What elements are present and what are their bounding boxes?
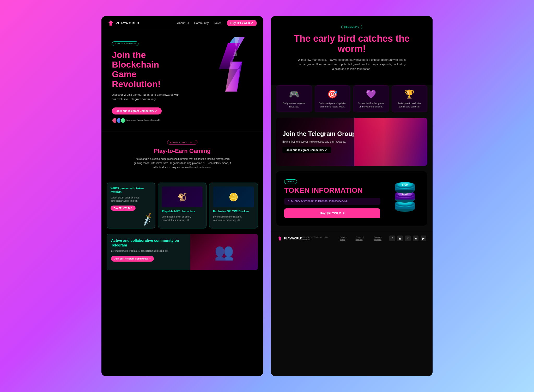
- nav-links: About Us Community Token Buy $PLYWLD ↗: [177, 20, 257, 26]
- banner-cta-btn[interactable]: Join our Telegram Community ↗: [282, 147, 331, 153]
- about-section: ABOUT PLAYWORLD Play-to-Earn Gaming Play…: [101, 131, 263, 183]
- avatar-3: [120, 118, 126, 123]
- benefit-text-0: Early access to game releases.: [279, 102, 309, 108]
- benefit-icon-3: 🏆: [395, 89, 425, 99]
- feature-card-2-title: Playable NFT characters: [162, 209, 203, 213]
- member-avatars: [112, 118, 124, 123]
- logo-text: PLAYWORLD: [116, 21, 139, 25]
- community-desc: Lorem ipsum dolor sit amet, consectetur …: [111, 250, 186, 252]
- feature-card-3-desc: Lorem ipsum dolor sit amet, consectetur …: [213, 215, 254, 222]
- early-title: The early bird catches the worm!: [284, 33, 420, 54]
- feature-card-1: WEB3 games with token rewards Lorem ipsu…: [107, 183, 155, 228]
- footer-copy: © 2024 PlayWorld. All rights reserved. P…: [302, 236, 389, 241]
- twitter-icon[interactable]: ✕: [405, 236, 411, 241]
- youtube-icon[interactable]: ▶: [421, 236, 426, 241]
- benefit-icon-1: 🎯: [318, 89, 348, 99]
- svg-text:PW: PW: [402, 183, 408, 187]
- benefit-card-0: 🎮 Early access to game releases.: [276, 85, 312, 112]
- community-image-placeholder: 👥: [190, 234, 258, 270]
- community-title: Active and collaborative community on Te…: [111, 238, 186, 248]
- instagram-icon[interactable]: ◉: [397, 236, 403, 241]
- early-bird-section: COMMUNITY The early bird catches the wor…: [271, 16, 433, 86]
- benefit-text-2: Connect with other game and crypto enthu…: [356, 102, 386, 108]
- sword-icon: 🗡️: [140, 212, 155, 226]
- about-title: Play-to-Earn Gaming: [112, 148, 253, 154]
- community-section: Active and collaborative community on Te…: [107, 234, 258, 270]
- footer-logo-icon: [277, 236, 282, 240]
- benefit-text-3: Participate in exclusive events and cont…: [395, 102, 425, 108]
- community-badge: COMMUNITY: [341, 25, 362, 29]
- benefit-card-2: 💜 Connect with other game and crypto ent…: [353, 85, 389, 112]
- footer-logo-text: PLAYWORLD: [284, 237, 302, 240]
- feature-card-1-desc: Lorem ipsum dolor sit amet, consectetur …: [111, 196, 151, 203]
- token-section: TOKEN TOKEN INFORMATION 0x74c3D5c3a5F5D0…: [276, 171, 427, 226]
- buy-splywld-btn[interactable]: Buy $PLYWLD ↗: [284, 208, 380, 218]
- nft-image: 🐒: [162, 186, 203, 207]
- feature-card-1-btn[interactable]: Buy $PLYWLD ↗: [111, 206, 136, 211]
- about-badge: ABOUT PLAYWORLD: [167, 140, 197, 144]
- feature-card-2: 🐒 Playable NFT characters Lorem ipsum do…: [158, 183, 207, 228]
- feature-card-3: 🪙 Exclusive $PLYWLD token Lorem ipsum do…: [209, 183, 258, 228]
- nav-token[interactable]: Token: [214, 21, 221, 25]
- terms-link[interactable]: Terms of Service: [356, 236, 371, 241]
- hero-badge: JOIN PLAYWORLD: [112, 41, 138, 46]
- copyright-text: © 2024 PlayWorld. All rights reserved.: [302, 236, 337, 241]
- navbar: PLAYWORLD About Us Community Token Buy $…: [101, 16, 263, 30]
- privacy-link[interactable]: Privacy Policy: [340, 236, 353, 241]
- lightning-bolt: [214, 35, 255, 93]
- hero-section: JOIN PLAYWORLD Join the Blockchain Game …: [101, 30, 263, 131]
- right-panel: COMMUNITY The early bird catches the wor…: [271, 16, 433, 376]
- community-left: Active and collaborative community on Te…: [107, 234, 190, 270]
- feature-card-1-title: WEB3 games with token rewards: [111, 186, 151, 194]
- benefit-text-1: Exclusive tips and updates on the $PLYWL…: [318, 102, 348, 108]
- nav-community[interactable]: Community: [194, 21, 209, 25]
- early-desc: With a low market cap, PlayWorld offers …: [297, 58, 406, 71]
- telegram-banner: Join the Telegram Group Now! Be the firs…: [276, 118, 427, 166]
- benefit-icon-0: 🎮: [279, 89, 309, 99]
- token-title: TOKEN INFORMATION: [284, 186, 380, 195]
- benefit-card-1: 🎯 Exclusive tips and updates on the $PLY…: [315, 85, 351, 112]
- community-telegram-btn[interactable]: Join our Telegram Community ↗: [111, 256, 154, 262]
- token-image: 🪙: [213, 186, 254, 207]
- token-content: TOKEN TOKEN INFORMATION 0x74c3D5c3a5F5D0…: [284, 179, 380, 219]
- token-address[interactable]: 0x74c3D5c3a5F5D08919147D4998c259C0585eBa…: [284, 198, 380, 205]
- left-panel: PLAYWORLD About Us Community Token Buy $…: [101, 16, 263, 376]
- token-badge: TOKEN: [284, 179, 297, 184]
- benefit-card-3: 🏆 Participate in exclusive events and co…: [392, 85, 428, 112]
- cookies-link[interactable]: Cookies Settings: [374, 236, 389, 241]
- feature-cards: WEB3 games with token rewards Lorem ipsu…: [101, 183, 263, 233]
- hero-subtitle: Discover WEB3 games, NFTs, and earn rewa…: [112, 93, 180, 101]
- members-text: Members from all over the world: [126, 119, 160, 122]
- benefit-cards: 🎮 Early access to game releases. 🎯 Exclu…: [271, 85, 433, 112]
- logo-icon: [108, 20, 114, 26]
- benefit-icon-2: 💜: [356, 89, 386, 99]
- buy-button[interactable]: Buy $PLYWLD ↗: [227, 20, 257, 26]
- footer-logo: PLAYWORLD: [277, 236, 302, 240]
- nav-about[interactable]: About Us: [177, 21, 189, 25]
- about-desc: PlayWorld is a cutting-edge blockchain p…: [133, 157, 232, 170]
- footer: PLAYWORLD © 2024 PlayWorld. All rights r…: [271, 231, 433, 245]
- logo: PLAYWORLD: [108, 20, 139, 26]
- token-coins-image: PW PW: [385, 180, 419, 217]
- feature-card-2-desc: Lorem ipsum dolor sit amet, consectetur …: [162, 215, 203, 222]
- feature-card-3-title: Exclusive $PLYWLD token: [213, 209, 254, 213]
- hero-cta-button[interactable]: Join our Telegram Community ↗: [112, 107, 162, 114]
- members-info: Members from all over the world: [112, 118, 253, 123]
- banner-person-image: [354, 118, 427, 166]
- footer-social: f ◉ ✕ in ▶: [389, 236, 426, 241]
- community-right-image: 👥: [190, 234, 258, 270]
- facebook-icon[interactable]: f: [389, 236, 395, 241]
- hero-title: Join the Blockchain Game Revolution!: [112, 50, 185, 89]
- linkedin-icon[interactable]: in: [413, 236, 418, 241]
